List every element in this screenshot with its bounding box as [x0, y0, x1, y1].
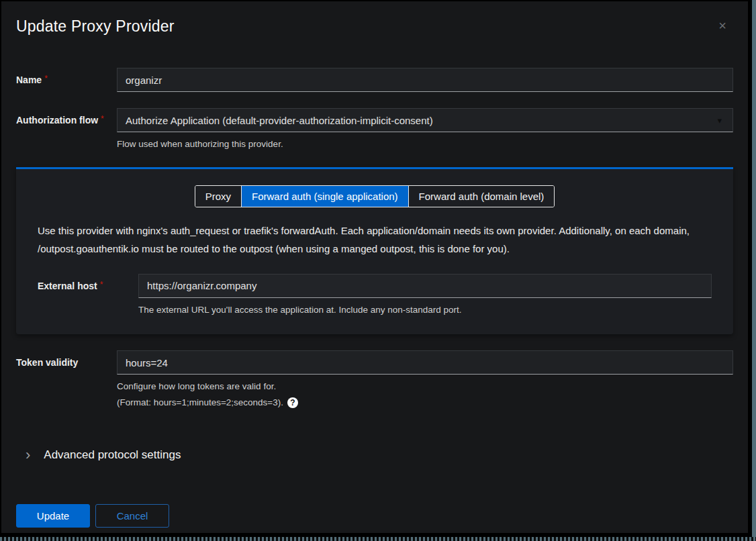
token-validity-label: Token validity — [16, 357, 78, 368]
name-row: Name* — [16, 68, 733, 92]
name-input[interactable] — [117, 68, 733, 92]
authorization-flow-help: Flow used when authorizing this provider… — [117, 138, 733, 151]
window-edge-right — [752, 0, 756, 541]
authorization-flow-select[interactable]: Authorize Application (default-provider-… — [117, 108, 733, 132]
token-validity-input[interactable] — [117, 350, 733, 375]
token-validity-row: Token validity Configure how long tokens… — [16, 350, 733, 410]
external-host-input[interactable] — [138, 274, 712, 298]
token-validity-format-help: (Format: hours=1;minutes=2;seconds=3). ? — [117, 396, 733, 409]
authorization-flow-label: Authorization flow — [16, 115, 98, 126]
chevron-down-icon: ▾ — [717, 115, 722, 126]
name-label: Name — [16, 75, 42, 85]
authorization-flow-row: Authorization flow* Authorize Applicatio… — [16, 108, 733, 151]
forward-auth-description: Use this provider with nginx's auth_requ… — [38, 222, 712, 258]
help-question-icon[interactable]: ? — [287, 397, 298, 408]
chevron-right-icon: › — [26, 448, 30, 462]
advanced-protocol-settings-expander[interactable]: › Advanced protocol settings — [16, 448, 733, 462]
modal-footer: Update Cancel — [16, 504, 733, 528]
external-host-label: External host — [38, 281, 97, 291]
tab-forward-auth-domain-level[interactable]: Forward auth (domain level) — [408, 186, 555, 207]
required-asterisk: * — [44, 74, 48, 83]
external-host-help: The external URL you'll access the appli… — [138, 303, 712, 317]
advanced-protocol-settings-label: Advanced protocol settings — [44, 448, 181, 462]
window-edge-bottom — [0, 537, 756, 541]
external-host-row: External host* The external URL you'll a… — [38, 274, 712, 317]
authorization-flow-selected-option: Authorize Application (default-provider-… — [126, 115, 433, 126]
close-icon[interactable]: × — [718, 19, 726, 32]
screenshot-frame: Update Proxy Provider × Name* Authorizat… — [0, 0, 756, 541]
update-button[interactable]: Update — [16, 504, 90, 528]
proxy-mode-toggle-group: Proxy Forward auth (single application) … — [21, 185, 728, 207]
tab-forward-auth-single-application[interactable]: Forward auth (single application) — [241, 186, 408, 207]
modal-title: Update Proxy Provider — [16, 17, 733, 36]
required-asterisk: * — [100, 280, 103, 289]
required-asterisk: * — [101, 114, 104, 124]
cancel-button[interactable]: Cancel — [95, 504, 169, 528]
proxy-mode-card: Proxy Forward auth (single application) … — [16, 167, 733, 334]
update-proxy-provider-modal: Update Proxy Provider × Name* Authorizat… — [1, 1, 748, 533]
tab-proxy[interactable]: Proxy — [195, 186, 241, 207]
token-validity-help: Configure how long tokens are valid for. — [117, 380, 733, 393]
